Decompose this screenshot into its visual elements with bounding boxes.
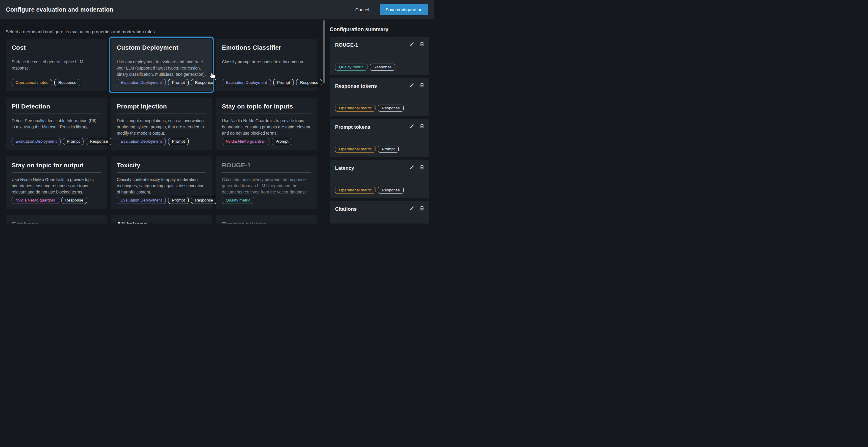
metric-card-title: Custom Deployment (117, 44, 206, 51)
divider (222, 114, 311, 114)
summary-card-tags: Quality metric Response (335, 64, 395, 71)
tag-quality-metric: Quality metric (335, 64, 368, 71)
metric-card-tags: Evaluation Deployment Prompt (117, 138, 189, 145)
divider (222, 55, 311, 55)
summary-card-response-tokens: Response tokens Operational metric Respo… (330, 78, 429, 116)
metric-card-pii-detection[interactable]: PII Detection Detect Personally Identifi… (6, 97, 106, 150)
tag-prompt: Prompt (378, 146, 399, 153)
metric-card-title: Cost (11, 44, 101, 51)
tag-nvidia-nemo-guardrail: Nvidia NeMo guardrail (11, 197, 59, 204)
metric-card-stay-on-topic-inputs[interactable]: Stay on topic for inputs Use Nvidia NeMo… (216, 97, 317, 150)
divider (117, 114, 206, 114)
divider (117, 172, 206, 173)
metric-card-rouge-1[interactable]: ROUGE-1 Calculate the similarity between… (216, 156, 317, 209)
metric-card-tags: Quality metric (222, 197, 254, 204)
tag-evaluation-deployment: Evaluation Deployment (117, 138, 166, 145)
tag-evaluation-deployment: Evaluation Deployment (11, 138, 61, 145)
header-bar: Configure evaluation and moderation Canc… (0, 0, 434, 19)
metric-card-prompt-tokens[interactable]: Prompt tokens (216, 215, 317, 224)
delete-trash-icon[interactable] (420, 124, 425, 129)
metric-card-title: Emotions Classifier (222, 44, 311, 51)
metric-card-description: Detect input manipulations, such as over… (117, 118, 206, 137)
edit-pencil-icon[interactable] (409, 124, 414, 129)
tag-response: Response (370, 64, 396, 71)
tag-prompt: Prompt (273, 79, 294, 86)
metric-card-description: Calculate the similarity between the res… (222, 177, 311, 195)
edit-pencil-icon[interactable] (409, 83, 414, 88)
vertical-scrollbar (323, 19, 326, 224)
divider (117, 55, 206, 55)
divider (222, 172, 311, 173)
metric-card-title: PII Detection (11, 103, 101, 110)
tag-response: Response (191, 197, 217, 204)
tag-prompt: Prompt (168, 79, 189, 86)
summary-card-rouge-1: ROUGE-1 Quality metric Response (330, 37, 429, 75)
delete-trash-icon[interactable] (420, 165, 425, 170)
metric-card-emotions-classifier[interactable]: Emotions Classifier Classify prompt or r… (216, 39, 317, 91)
summary-card-citations: Citations (330, 201, 429, 224)
tag-operational-metric: Operational metric (335, 187, 375, 194)
metric-card-tags: Evaluation Deployment Prompt Response (11, 138, 112, 145)
tag-response: Response (86, 138, 112, 145)
delete-trash-icon[interactable] (420, 83, 425, 88)
tag-quality-metric: Quality metric (222, 197, 254, 204)
tag-prompt: Prompt (168, 197, 189, 204)
metric-card-title: ROUGE-1 (222, 162, 311, 169)
metric-card-title: Stay on topic for inputs (222, 103, 311, 110)
summary-card-latency: Latency Operational metric Response (330, 160, 429, 198)
summary-card-tags: Operational metric Response (335, 187, 404, 194)
metric-card-tags: Evaluation Deployment Prompt Response (117, 197, 217, 204)
metric-card-description: Use any deployment to evaluate and moder… (117, 59, 206, 78)
metric-card-custom-deployment[interactable]: Custom Deployment Use any deployment to … (111, 39, 212, 91)
metric-card-title: Citations (11, 220, 101, 224)
metric-card-all-tokens[interactable]: All tokens (111, 215, 212, 224)
metric-card-tags: Operational metric Response (11, 79, 80, 86)
scrollbar-thumb[interactable] (323, 20, 325, 83)
metric-card-grid: Cost Surface the cost of generating the … (6, 39, 326, 224)
metric-card-title: All tokens (117, 220, 206, 224)
metric-card-description: Classify prompt or response text by emot… (222, 59, 311, 65)
divider (11, 114, 101, 114)
configuration-summary-panel: Configuration summary ROUGE-1 Quality me… (328, 19, 434, 224)
tag-evaluation-deployment: Evaluation Deployment (117, 197, 166, 204)
metric-card-title: Stay on topic for output (11, 162, 101, 169)
metric-card-description: Surface the cost of generating the LLM r… (11, 59, 101, 71)
summary-card-tags: Operational metric Response (335, 105, 404, 112)
metric-card-title: Toxicity (117, 162, 206, 169)
tag-response: Response (191, 79, 217, 86)
edit-pencil-icon[interactable] (409, 41, 414, 47)
summary-card-actions (409, 83, 425, 88)
edit-pencil-icon[interactable] (409, 206, 414, 211)
tag-response: Response (296, 79, 322, 86)
configuration-summary-title: Configuration summary (330, 26, 434, 33)
tag-evaluation-deployment: Evaluation Deployment (222, 79, 271, 86)
metric-card-citations[interactable]: Citations (6, 215, 106, 224)
save-configuration-button[interactable]: Save configuration (380, 4, 428, 15)
tag-response: Response (54, 79, 80, 86)
summary-card-actions (409, 206, 425, 211)
delete-trash-icon[interactable] (420, 41, 425, 47)
metric-card-description: Use Nvidia NeMo Guardrails to provide to… (222, 118, 311, 137)
tag-operational-metric: Operational metric (335, 146, 375, 153)
tag-response: Response (378, 105, 404, 112)
metric-card-prompt-injection[interactable]: Prompt Injection Detect input manipulati… (111, 97, 212, 150)
metric-card-cost[interactable]: Cost Surface the cost of generating the … (6, 39, 106, 91)
cancel-button[interactable]: Cancel (353, 7, 371, 12)
summary-card-actions (409, 165, 425, 170)
summary-card-tags: Operational metric Prompt (335, 146, 399, 153)
metric-card-title: Prompt tokens (222, 220, 311, 224)
instruction-text: Select a metric and configure its evalua… (6, 29, 326, 34)
metric-card-tags: Nvidia NeMo guardrail Response (11, 197, 87, 204)
tag-prompt: Prompt (272, 138, 292, 145)
delete-trash-icon[interactable] (420, 206, 425, 211)
metric-card-description: Detect Personally Identifiable Informati… (11, 118, 101, 130)
metric-card-toxicity[interactable]: Toxicity Classify content toxicity to ap… (111, 156, 212, 209)
metric-catalog-panel: Select a metric and configure its evalua… (0, 19, 326, 224)
tag-response: Response (378, 187, 404, 194)
metric-card-stay-on-topic-output[interactable]: Stay on topic for output Use Nvidia NeMo… (6, 156, 106, 209)
edit-pencil-icon[interactable] (409, 165, 414, 170)
metric-card-description: Classify content toxicity to apply moder… (117, 177, 206, 195)
tag-prompt: Prompt (168, 138, 189, 145)
tag-operational-metric: Operational metric (335, 105, 375, 112)
metric-card-title: Prompt Injection (117, 103, 206, 110)
